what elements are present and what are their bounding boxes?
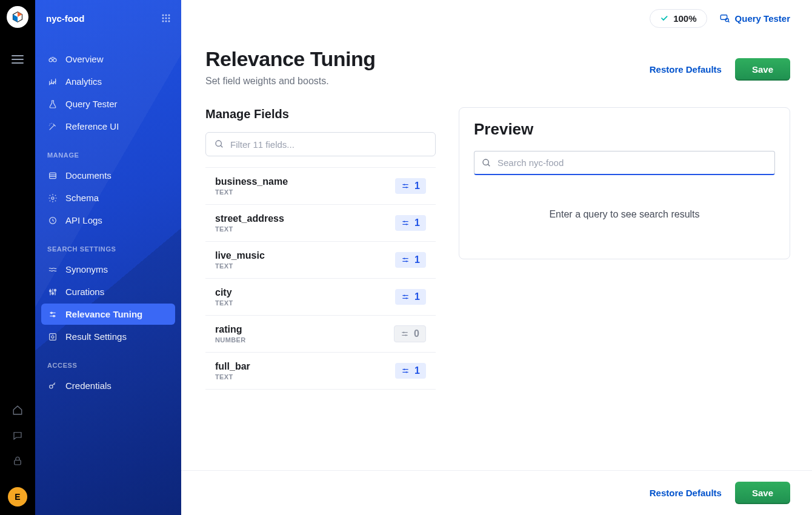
svg-rect-0 (15, 460, 21, 465)
nav-item-result-settings[interactable]: Result Settings (41, 326, 175, 347)
svg-point-1 (162, 15, 164, 16)
weight-badge[interactable]: 1 (395, 363, 426, 379)
nav-label: Schema (65, 193, 99, 203)
user-avatar[interactable]: E (8, 487, 27, 507)
weight-badge[interactable]: 1 (395, 215, 426, 231)
check-icon (660, 14, 668, 22)
lock-rail-button[interactable] (12, 456, 23, 467)
page-title: Relevance Tuning (205, 47, 375, 71)
nav-item-curations[interactable]: Curations (41, 281, 175, 302)
nav-item-documents[interactable]: Documents (41, 165, 175, 186)
filter-fields-input[interactable] (230, 139, 427, 150)
nav-label: Documents (65, 170, 111, 181)
svg-point-27 (406, 187, 407, 188)
svg-point-8 (165, 21, 167, 22)
svg-point-34 (403, 332, 404, 333)
save-button-footer[interactable]: Save (735, 482, 790, 504)
flask-search-icon (719, 13, 730, 24)
sidebar: nyc-food OverviewAnalyticsQuery TesterRe… (35, 0, 181, 515)
sliders-icon (401, 293, 410, 301)
weight-badge[interactable]: 1 (395, 289, 426, 305)
field-name: rating (215, 324, 246, 335)
chat-rail-button[interactable] (12, 430, 23, 441)
hamburger-icon (12, 55, 24, 64)
field-row[interactable]: cityTEXT1 (205, 279, 436, 316)
weight-value: 1 (414, 291, 420, 302)
svg-point-28 (404, 221, 405, 222)
restore-defaults-button-footer[interactable]: Restore Defaults (650, 488, 722, 498)
field-row[interactable]: street_addressTEXT1 (205, 205, 436, 242)
key-icon (48, 381, 58, 391)
home-rail-button[interactable] (12, 405, 23, 416)
svg-point-7 (162, 21, 164, 22)
search-icon (482, 158, 491, 168)
list-icon (48, 171, 58, 181)
nav-item-query-tester[interactable]: Query Tester (41, 93, 175, 115)
app-logo[interactable] (7, 6, 28, 28)
nav-item-schema[interactable]: Schema (41, 187, 175, 208)
topbar: 100% Query Tester (181, 0, 812, 36)
field-type: TEXT (215, 299, 233, 307)
svg-point-36 (404, 369, 405, 370)
field-name: street_address (215, 213, 284, 224)
sliders-icon (401, 256, 410, 264)
menu-toggle[interactable] (12, 55, 24, 64)
preview-search-input[interactable] (498, 158, 767, 168)
lock-icon (12, 456, 23, 467)
svg-point-37 (406, 371, 407, 373)
nav-label: Synonyms (65, 264, 108, 274)
preview-search-box[interactable] (474, 151, 775, 175)
svg-point-9 (168, 21, 170, 22)
footer: Restore Defaults Save (181, 470, 812, 515)
svg-rect-12 (50, 173, 56, 178)
binoculars-icon (48, 55, 58, 64)
svg-point-29 (406, 224, 407, 225)
nav-item-analytics[interactable]: Analytics (41, 71, 175, 92)
restore-defaults-button[interactable]: Restore Defaults (650, 64, 722, 75)
nav-label: Overview (65, 54, 104, 64)
svg-point-38 (483, 159, 488, 165)
field-name: full_bar (215, 361, 250, 372)
nav-label: API Logs (65, 215, 102, 225)
nav-label: Reference UI (65, 121, 119, 131)
filter-fields-box[interactable] (205, 132, 436, 156)
svg-point-32 (404, 295, 405, 296)
sliders-icon (48, 310, 58, 319)
weight-badge[interactable]: 0 (394, 325, 426, 342)
svg-point-35 (405, 334, 407, 336)
field-row[interactable]: live_musicTEXT1 (205, 242, 436, 279)
nav-section-label: SEARCH SETTINGS (41, 232, 175, 259)
save-button[interactable]: Save (735, 58, 790, 81)
sliders-icon (401, 182, 410, 190)
field-row[interactable]: full_barTEXT1 (205, 353, 436, 390)
nav-item-overview[interactable]: Overview (41, 48, 175, 70)
nav-label: Query Tester (65, 99, 118, 109)
main-content: 100% Query Tester Relevance Tuning Set f… (181, 0, 812, 515)
weight-value: 0 (414, 328, 419, 339)
nav-item-synonyms[interactable]: Synonyms (41, 259, 175, 280)
chat-icon (12, 430, 23, 441)
score-chip[interactable]: 100% (650, 9, 707, 28)
app-switcher[interactable] (162, 14, 170, 22)
svg-point-13 (52, 197, 54, 199)
nav-item-relevance-tuning[interactable]: Relevance Tuning (41, 304, 175, 325)
svg-point-4 (162, 18, 164, 19)
weight-badge[interactable]: 1 (395, 178, 426, 194)
field-type: TEXT (215, 373, 250, 380)
svg-point-19 (53, 315, 55, 317)
cube-icon (12, 11, 24, 23)
svg-point-11 (53, 58, 56, 61)
field-name: city (215, 287, 233, 298)
weight-badge[interactable]: 1 (395, 252, 426, 268)
svg-point-5 (165, 18, 167, 19)
nav-item-credentials[interactable]: Credentials (41, 375, 175, 396)
query-tester-link[interactable]: Query Tester (719, 13, 790, 24)
field-row[interactable]: business_nameTEXT1 (205, 167, 436, 205)
nav-item-api-logs[interactable]: API Logs (41, 210, 175, 231)
svg-point-22 (50, 385, 53, 388)
query-tester-label: Query Tester (735, 13, 790, 24)
app-rail: E (0, 0, 35, 515)
nav-item-reference-ui[interactable]: Reference UI (41, 116, 175, 137)
field-row[interactable]: ratingNUMBER0 (205, 316, 436, 353)
preview-empty-text: Enter a query to see search results (474, 209, 775, 220)
